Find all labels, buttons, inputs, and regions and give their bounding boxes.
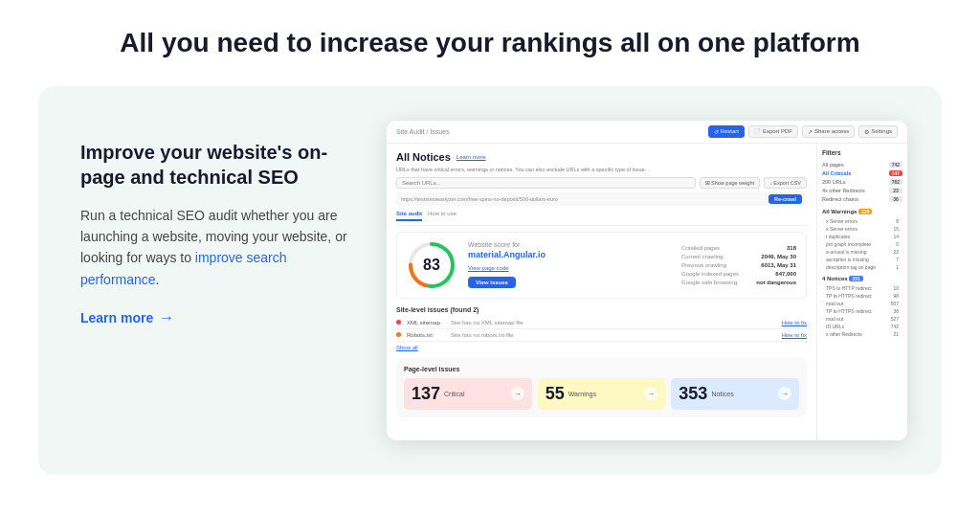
stat-current-crawling: Current crawling 2049, May 30 [681, 254, 796, 259]
sidebar-200-urls[interactable]: 200 URLs 762 [822, 178, 902, 187]
critical-label: Critical [444, 391, 464, 397]
score-info-title: Website score for [468, 241, 670, 248]
notices-label: Notices [711, 391, 733, 397]
how-to-fix-robots[interactable]: How to fix [782, 332, 807, 338]
mockup-body: All Notices Learn more URLs that have cr… [387, 144, 907, 440]
show-page-weight-button[interactable]: ⊞ Show page weight [700, 177, 760, 189]
content-card: Improve your website's on-page and techn… [38, 86, 942, 475]
notices-section-title: 4 Notices 351 [822, 276, 902, 281]
200-urls-badge: 762 [889, 179, 902, 185]
page-weight-icon: ⊞ [705, 180, 710, 186]
stat-google-safe: Google safe browsing not dangerous [681, 280, 796, 285]
settings-button[interactable]: ⚙ Settings [858, 125, 898, 138]
mockup-sidebar: Filters All pages 742 All Criticals 147 … [816, 144, 907, 440]
critical-card[interactable]: 137 Critical → [404, 378, 532, 410]
notice-item-3[interactable]: TP to HTTPS redirect 38 [822, 307, 902, 315]
issue-robots: Robots.txt Site has no robots.txt file H… [396, 329, 807, 342]
score-stats: Crawled pages 318 Current crawling 2049,… [681, 245, 796, 285]
notices-title: All Notices [396, 151, 451, 163]
learn-more-text: Learn more [80, 310, 153, 325]
warning-item-3[interactable]: pro graph incomplete 0 [822, 240, 902, 248]
site-issues-section: Site-level issues (found 2) XML sitemap … [396, 306, 807, 350]
how-to-fix-xml[interactable]: How to fix [782, 320, 807, 325]
critical-arrow-icon: → [511, 387, 524, 400]
left-panel-heading: Improve your website's on-page and techn… [80, 140, 348, 190]
stat-crawled-pages: Crawled pages 318 [681, 245, 796, 251]
score-card: 83 Website score for material.Angular.io… [396, 232, 807, 299]
gear-icon: ⚙ [864, 128, 869, 135]
url-text: https://teststesteaslyzer.com/free-spins… [401, 196, 765, 202]
export-csv-button[interactable]: ↓ Export CSV [764, 177, 807, 189]
sidebar-other-redirects[interactable]: 4x other Redirects 23 [822, 187, 902, 195]
score-domain: material.Angular.io [468, 250, 670, 259]
sub-nav-how-to-use[interactable]: How to use [428, 211, 457, 221]
notice-item-6[interactable]: x other Redirects 21 [822, 330, 902, 338]
left-panel-description: Run a technical SEO audit whether you ar… [80, 205, 348, 291]
notice-item-0[interactable]: TPS to HTTP redirect 10 [822, 284, 902, 292]
stat-previous-crawling: Previous crawling 6013, May 31 [681, 262, 796, 268]
other-redirects-badge: 23 [889, 188, 902, 193]
warnings-arrow-icon: → [644, 387, 657, 400]
sidebar-all-pages[interactable]: All pages 742 [822, 161, 902, 169]
mockup-main: All Notices Learn more URLs that have cr… [387, 144, 816, 440]
notices-header: All Notices Learn more [396, 151, 807, 163]
show-all-link[interactable]: Show all [396, 345, 807, 350]
notices-description: URLs that have critical errors, warnings… [396, 167, 807, 172]
issue-xml-name: XML sitemap [407, 320, 445, 325]
page-wrapper: All you need to increase your rankings a… [0, 0, 980, 502]
search-input[interactable] [396, 177, 696, 189]
mockup-container: Site Audit / Issues ↺ Restart 📄 Export P… [387, 121, 907, 440]
critical-number: 137 [412, 384, 440, 404]
notices-learn-more[interactable]: Learn more [457, 154, 486, 160]
warning-item-4[interactable]: a-unusal is missing 22 [822, 248, 902, 256]
mockup-topbar: Site Audit / Issues ↺ Restart 📄 Export P… [387, 121, 907, 144]
warning-item-6[interactable]: description tag on page 1 [822, 263, 902, 271]
redirect-chains-badge: 36 [889, 196, 902, 202]
notice-item-2[interactable]: mod out 507 [822, 300, 902, 307]
warning-item-2[interactable]: t duplicates 14 [822, 233, 902, 240]
warning-item-1[interactable]: x Server errors 15 [822, 225, 902, 233]
issue-dot-orange [396, 332, 401, 337]
sub-nav-site-audit[interactable]: Site audit [396, 211, 422, 221]
site-issues-title: Site-level issues (found 2) [396, 306, 807, 313]
export-pdf-button[interactable]: 📄 Export PDF [748, 125, 798, 138]
notices-arrow-icon: → [778, 387, 791, 400]
notice-item-5[interactable]: ID URLs 742 [822, 323, 902, 330]
warnings-card[interactable]: 55 Warnings → [538, 378, 666, 410]
sidebar-redirect-chains[interactable]: Redirect chains 36 [822, 195, 902, 204]
issue-dot-red [396, 320, 401, 325]
restart-button[interactable]: ↺ Restart [708, 125, 745, 138]
share-access-button[interactable]: ↗ Share access [802, 125, 855, 138]
recrawl-button[interactable]: Re-crawl [768, 194, 802, 204]
issue-robots-name: Robots.txt [407, 332, 445, 338]
all-criticals-badge: 147 [889, 170, 902, 176]
restart-icon: ↺ [714, 128, 719, 135]
warnings-section-title: All Warnings 229 [822, 209, 902, 214]
share-icon: ↗ [808, 128, 813, 135]
notice-item-4[interactable]: mod out 527 [822, 315, 902, 323]
score-circle: 83 [407, 240, 457, 290]
page-title: All you need to increase your rankings a… [38, 27, 942, 59]
description-link-text: improve search performance [80, 250, 287, 286]
warning-item-0[interactable]: x Server errors 9 [822, 217, 902, 225]
warnings-number: 55 [546, 384, 565, 404]
page-issues-title: Page-level issues [404, 366, 799, 372]
topbar-actions: ↺ Restart 📄 Export PDF ↗ Share access [708, 125, 898, 138]
issue-xml-desc: Site has no XML sitemap file [451, 320, 776, 325]
issue-robots-desc: Site has no robots.txt file [451, 332, 776, 338]
warnings-label: Warnings [568, 391, 596, 397]
stat-google-indexed: Google indexed pages 647,000 [681, 271, 796, 277]
pdf-icon: 📄 [754, 128, 761, 135]
right-panel: Site Audit / Issues ↺ Restart 📄 Export P… [387, 121, 907, 440]
sidebar-all-criticals[interactable]: All Criticals 147 [822, 169, 902, 178]
notice-item-1[interactable]: TP to HTTPS redirect 98 [822, 292, 902, 300]
view-issues-button[interactable]: View issues [468, 277, 516, 288]
all-pages-badge: 742 [889, 162, 902, 168]
score-info: Website score for material.Angular.io Vi… [468, 241, 670, 288]
search-row: ⊞ Show page weight ↓ Export CSV [396, 177, 807, 189]
learn-more-link[interactable]: Learn more → [80, 309, 348, 326]
export-icon: ↓ [769, 180, 772, 186]
view-page-code-link[interactable]: View page code [468, 265, 670, 271]
notices-card[interactable]: 353 Notices → [671, 378, 799, 410]
warning-item-5[interactable]: ascription is missing 7 [822, 256, 902, 263]
